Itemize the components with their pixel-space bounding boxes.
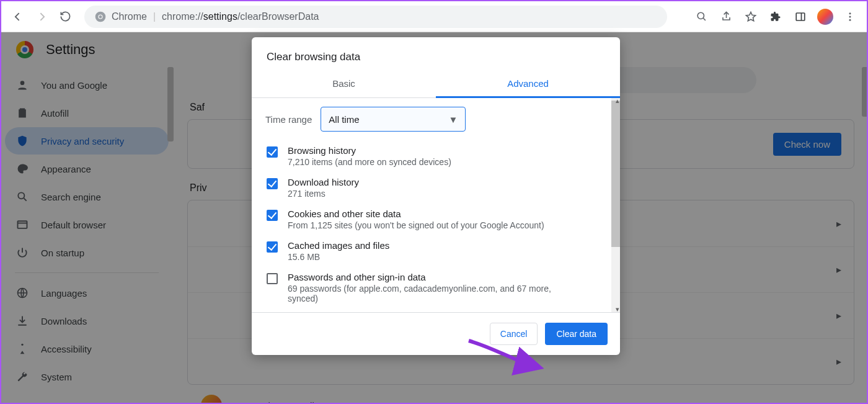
checkbox[interactable] bbox=[267, 210, 278, 221]
time-range-select[interactable]: All time ▼ bbox=[321, 107, 466, 132]
tab-advanced[interactable]: Advanced bbox=[436, 72, 620, 98]
clear-option-row: Cookies and other site dataFrom 1,125 si… bbox=[265, 204, 606, 235]
checkbox[interactable] bbox=[267, 273, 278, 284]
omnibox[interactable]: Chrome | chrome://settings/clearBrowserD… bbox=[84, 6, 667, 28]
dialog-scrollbar-thumb[interactable] bbox=[611, 101, 620, 247]
profile-avatar[interactable] bbox=[815, 6, 836, 27]
option-subtitle: From 1,125 sites (you won't be signed ou… bbox=[288, 220, 544, 230]
omnibox-url: chrome://settings/clearBrowserData bbox=[162, 11, 319, 22]
dialog-tabs: Basic Advanced bbox=[252, 72, 620, 98]
svg-point-5 bbox=[849, 12, 851, 14]
browser-toolbar: Chrome | chrome://settings/clearBrowserD… bbox=[1, 1, 867, 32]
time-range-value: All time bbox=[329, 114, 359, 125]
option-title: Cookies and other site data bbox=[288, 209, 544, 219]
option-title: Browsing history bbox=[288, 145, 451, 156]
dialog-title: Clear browsing data bbox=[252, 37, 620, 72]
tab-basic[interactable]: Basic bbox=[252, 72, 436, 97]
chevron-down-icon: ▼ bbox=[448, 114, 458, 125]
cancel-button[interactable]: Cancel bbox=[490, 323, 538, 345]
checkbox[interactable] bbox=[267, 178, 278, 189]
option-title: Download history bbox=[288, 177, 359, 187]
reload-button[interactable] bbox=[55, 6, 76, 27]
omnibox-chip-label: Chrome bbox=[112, 11, 147, 22]
clear-option-row: Download history271 items bbox=[265, 172, 606, 204]
option-subtitle: 69 passwords (for apple.com, cadacademyo… bbox=[288, 284, 579, 303]
time-range-label: Time range bbox=[265, 114, 312, 125]
clear-option-row: Browsing history7,210 items (and more on… bbox=[265, 140, 606, 172]
clear-option-row: Passwords and other sign-in data69 passw… bbox=[265, 267, 606, 308]
option-title: Cached images and files bbox=[288, 240, 389, 251]
checkbox[interactable] bbox=[267, 241, 278, 253]
extensions-icon[interactable] bbox=[765, 6, 786, 27]
zoom-icon[interactable] bbox=[691, 6, 712, 27]
svg-point-6 bbox=[849, 16, 851, 17]
scroll-down-icon[interactable]: ▾ bbox=[616, 305, 619, 312]
option-subtitle: 271 items bbox=[288, 189, 359, 199]
clear-option-row: Cached images and files15.6 MB bbox=[265, 235, 606, 267]
chrome-icon bbox=[94, 11, 107, 23]
clear-data-button[interactable]: Clear data bbox=[545, 323, 608, 345]
scroll-up-icon[interactable]: ▴ bbox=[616, 98, 619, 105]
clear-browsing-data-dialog: Clear browsing data Basic Advanced ▴ ▾ T… bbox=[252, 37, 620, 355]
svg-point-7 bbox=[849, 19, 851, 20]
back-button[interactable] bbox=[7, 6, 29, 27]
share-icon[interactable] bbox=[715, 6, 737, 27]
svg-point-3 bbox=[698, 12, 704, 19]
option-subtitle: 7,210 items (and more on synced devices) bbox=[288, 157, 451, 167]
checkbox[interactable] bbox=[267, 146, 278, 158]
svg-point-2 bbox=[99, 15, 102, 18]
sidepanel-icon[interactable] bbox=[790, 6, 811, 27]
svg-rect-4 bbox=[796, 13, 805, 20]
option-title: Passwords and other sign-in data bbox=[288, 272, 579, 282]
star-icon[interactable] bbox=[740, 6, 761, 27]
menu-icon[interactable] bbox=[839, 6, 861, 27]
option-subtitle: 15.6 MB bbox=[288, 252, 389, 262]
forward-button[interactable] bbox=[31, 6, 52, 27]
